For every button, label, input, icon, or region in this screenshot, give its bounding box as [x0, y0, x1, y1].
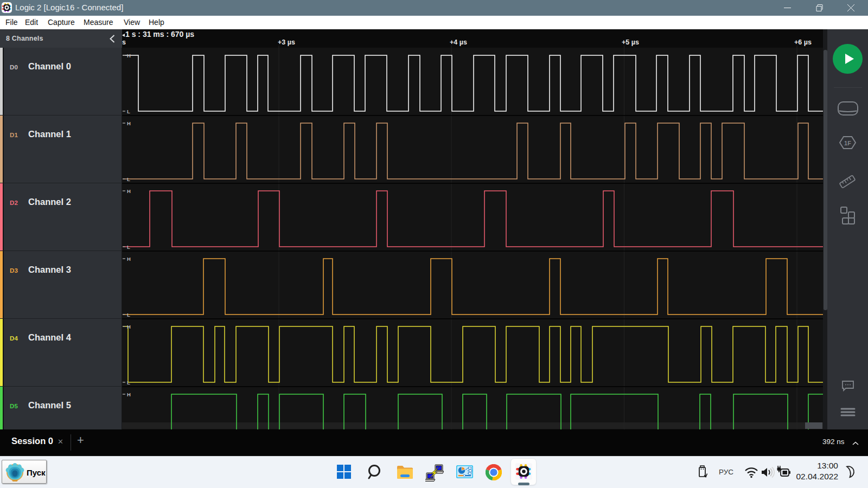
svg-text:L: L — [127, 380, 130, 386]
svg-text:1F: 1F — [844, 140, 851, 146]
svg-text:L: L — [127, 244, 130, 250]
svg-text:L: L — [127, 108, 130, 114]
svg-text:L: L — [127, 312, 130, 318]
svg-text:H: H — [127, 53, 131, 59]
svg-text:H: H — [127, 324, 131, 330]
svg-text:H: H — [127, 256, 131, 262]
svg-text:H: H — [127, 120, 131, 126]
svg-text:H: H — [127, 391, 131, 397]
svg-text:H: H — [127, 188, 131, 194]
svg-text:L: L — [127, 176, 130, 182]
